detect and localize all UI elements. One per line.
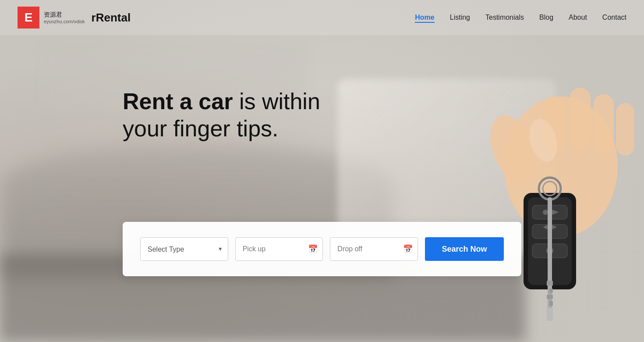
- navbar: E 资源君 eyunzhu.com/vdisk rRental Home Lis…: [0, 0, 644, 35]
- svg-rect-17: [547, 281, 553, 286]
- logo-url: eyunzhu.com/vdisk: [44, 19, 85, 24]
- logo[interactable]: E 资源君 eyunzhu.com/vdisk rRental: [18, 7, 131, 28]
- nav-link-home[interactable]: Home: [415, 14, 434, 23]
- nav-item-blog[interactable]: Blog: [539, 14, 553, 21]
- logo-chinese: 资源君: [44, 11, 85, 19]
- svg-rect-19: [547, 295, 553, 299]
- car-key-illustration: [447, 26, 644, 342]
- nav-item-listing[interactable]: Listing: [450, 14, 470, 21]
- select-type-field: Select Type Sedan SUV Van Truck Luxury ▼: [140, 237, 228, 261]
- pickup-input[interactable]: [235, 237, 323, 261]
- headline-line2: your finger tips.: [123, 116, 279, 141]
- nav-link-listing[interactable]: Listing: [450, 14, 470, 21]
- logo-text: 资源君 eyunzhu.com/vdisk: [44, 11, 85, 24]
- svg-point-11: [543, 210, 548, 215]
- nav-item-contact[interactable]: Contact: [602, 14, 626, 21]
- search-card: Select Type Sedan SUV Van Truck Luxury ▼…: [123, 222, 521, 276]
- search-form: Select Type Sedan SUV Van Truck Luxury ▼…: [140, 237, 504, 261]
- headline-bold: Rent a car: [123, 89, 233, 114]
- hero-content: Rent a car is within your finger tips.: [123, 88, 320, 142]
- dropoff-input[interactable]: [330, 237, 418, 261]
- svg-rect-18: [549, 289, 553, 293]
- pickup-field: 📅: [235, 237, 323, 261]
- nav-item-testimonials[interactable]: Testimonials: [485, 14, 524, 21]
- svg-rect-20: [549, 301, 553, 306]
- svg-rect-21: [547, 308, 553, 321]
- nav-link-testimonials[interactable]: Testimonials: [485, 14, 524, 21]
- nav-item-home[interactable]: Home: [415, 14, 434, 21]
- logo-brand: rRental: [92, 11, 131, 25]
- svg-rect-4: [594, 94, 614, 153]
- select-type-dropdown[interactable]: Select Type Sedan SUV Van Truck Luxury: [140, 237, 228, 261]
- nav-item-about[interactable]: About: [569, 14, 587, 21]
- svg-rect-3: [570, 88, 591, 149]
- svg-rect-5: [616, 103, 634, 156]
- nav-link-about[interactable]: About: [569, 14, 587, 21]
- hero-section: E 资源君 eyunzhu.com/vdisk rRental Home Lis…: [0, 0, 644, 342]
- nav-link-blog[interactable]: Blog: [539, 14, 553, 21]
- nav-link-contact[interactable]: Contact: [602, 14, 626, 21]
- logo-icon: E: [18, 7, 39, 28]
- hero-headline: Rent a car is within your finger tips.: [123, 88, 320, 142]
- headline-normal: is within: [233, 89, 320, 114]
- nav-links: Home Listing Testimonials Blog About Con…: [415, 14, 626, 21]
- dropoff-field: 📅: [330, 237, 418, 261]
- search-now-button[interactable]: Search Now: [425, 237, 504, 261]
